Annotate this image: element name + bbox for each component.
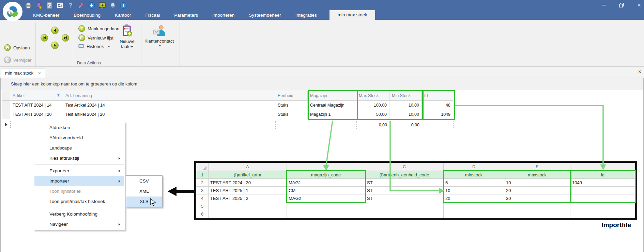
new-cell-eenheid[interactable]	[276, 121, 308, 129]
cell-eenheid[interactable]: Stuks	[275, 101, 308, 110]
sheet-column-letter: F	[570, 163, 635, 171]
download-icon[interactable]	[88, 2, 95, 9]
group-by-panel[interactable]: Sleep hier een kolomkop naar toe om te g…	[1, 78, 643, 90]
new-task-button[interactable]: Nieuwe taak	[117, 25, 137, 49]
notifications-icon[interactable]	[109, 2, 117, 9]
info-icon[interactable]: i	[120, 2, 127, 9]
menu-item-afdrukvoorbeeld[interactable]: Afdrukvoorbeeld	[34, 133, 124, 143]
help-icon[interactable]: ?	[67, 2, 74, 9]
cell-id[interactable]: 48	[422, 101, 453, 110]
nav-previous-button[interactable]	[51, 27, 59, 34]
new-cell-magazijn[interactable]	[308, 121, 357, 129]
column-header-id[interactable]: Id	[422, 91, 453, 101]
menu-kantoor[interactable]: Kantoor	[108, 12, 138, 20]
column-header-art-benaming[interactable]: Art. benaming	[63, 91, 275, 101]
save-label: Opslaan	[13, 45, 30, 50]
customer-contact-label: Klantencontact	[144, 38, 174, 44]
column-header-magazijn[interactable]: Magazijn	[308, 91, 356, 101]
sheet-row-number: 3	[196, 187, 209, 194]
sheet-corner-cell	[196, 163, 209, 171]
fax-icon[interactable]	[25, 2, 32, 9]
menu-min-max-stock-active[interactable]: min max stock	[329, 10, 375, 20]
cell-art-benaming[interactable]: Test artikel 2024 | 20	[63, 110, 275, 119]
svg-text:i: i	[123, 3, 124, 8]
refresh-button[interactable]: Vernieuw lijst	[78, 34, 113, 41]
menu-kmo-beheer[interactable]: KMO-beheer	[26, 12, 66, 20]
new-cell-min-stock[interactable]: 0,00	[390, 121, 422, 129]
restore-button[interactable]	[613, 0, 630, 10]
sheet-cell	[209, 210, 287, 218]
menu-parameters[interactable]: Parameters	[167, 12, 205, 20]
cell-eenheid[interactable]: Stuks	[275, 110, 308, 119]
cell-artikel[interactable]: TEST ART 2024 | 14	[10, 101, 63, 110]
sheet-cell: 20	[444, 194, 504, 202]
cell-min-stock[interactable]: 10,00	[389, 101, 422, 110]
new-cell-max-stock[interactable]: 0,00	[357, 121, 390, 129]
sheet-cell	[570, 210, 635, 218]
sheet-cell	[209, 202, 287, 210]
sheet-cell: id	[570, 171, 635, 179]
nav-last-button[interactable]	[62, 34, 69, 42]
menu-item-toon-rijhistoriek[interactable]: Toon rijhistoriek	[34, 186, 124, 196]
close-button[interactable]: ×	[630, 0, 644, 10]
cell-id[interactable]: 1049	[422, 110, 453, 119]
tab-close-icon[interactable]: ×	[38, 70, 41, 76]
menu-item-kies-afdrukstijl[interactable]: Kies afdrukstijl	[34, 153, 124, 163]
undo-button[interactable]: Maak ongedaan	[78, 25, 119, 32]
nav-first-button[interactable]	[41, 34, 48, 42]
pin-icon[interactable]	[77, 2, 85, 9]
submenu-item-csv[interactable]: CSV	[126, 176, 162, 186]
menu-importeren[interactable]: Importeren	[205, 12, 242, 20]
cell-artikel[interactable]: TEST ART 2024 | 20	[10, 110, 63, 119]
sheet-cell: ST	[365, 179, 444, 187]
mobile-device-icon[interactable]	[35, 2, 43, 9]
cell-magazijn[interactable]: Centraal Magazijn	[308, 101, 356, 110]
menu-item-navigeer[interactable]: Navigeer	[34, 219, 124, 230]
menu-item-exporteer[interactable]: Exporteer	[34, 166, 124, 176]
sheet-row-number: 4	[196, 194, 209, 202]
nav-next-button[interactable]	[51, 42, 59, 49]
csharp-icon[interactable]: C#	[56, 2, 64, 9]
sheet-cell	[570, 194, 635, 202]
menu-item-importeer[interactable]: Importeer	[34, 176, 124, 186]
pane-close-icon[interactable]: ×	[638, 69, 641, 75]
menu-item-verberg-kolomhoofding[interactable]: Verberg Kolomhoofding	[34, 209, 124, 219]
save-button[interactable]: Opslaan	[4, 44, 30, 51]
document-tab-min-max-stock[interactable]: min max stock ×	[1, 68, 45, 78]
filter-icon[interactable]	[57, 93, 60, 98]
cell-magazijn[interactable]: Magazijn 1	[308, 110, 356, 119]
sheet-cell	[444, 202, 504, 210]
menu-integraties[interactable]: Integraties	[288, 12, 324, 20]
calculator-icon[interactable]	[46, 2, 53, 9]
import-spreadsheet: A B C D E F 1 (I)artikel_artnr magazijn_…	[194, 161, 637, 220]
menu-systeembeheer[interactable]: Systeembeheer	[242, 12, 288, 20]
cell-max-stock[interactable]: 50,00	[356, 110, 389, 119]
menu-fiscaal[interactable]: Fiscaal	[138, 12, 167, 20]
menu-item-toon-print-mail-fax-historiek[interactable]: Toon print/mail/fax historiek	[34, 196, 124, 207]
new-task-icon	[122, 25, 133, 38]
sheet-column-letter: B	[287, 163, 365, 171]
column-header-min-stock[interactable]: Min Stock	[389, 91, 422, 101]
new-cell-id[interactable]	[422, 121, 454, 129]
sheet-cell	[287, 210, 365, 218]
history-button[interactable]: Historiek	[78, 44, 110, 49]
sheet-row-number: 1	[196, 171, 209, 179]
add-screen-icon[interactable]	[98, 2, 106, 9]
chevron-down-icon	[158, 45, 161, 46]
svg-text:C#: C#	[58, 4, 62, 7]
cell-art-benaming[interactable]: Test Artikel 2024 | 14	[63, 101, 275, 110]
menu-item-landscape[interactable]: Landscape	[34, 143, 124, 153]
menu-item-afdrukken[interactable]: Afdrukken	[34, 123, 124, 133]
sheet-cell: 1049	[570, 179, 635, 187]
minimize-button[interactable]	[595, 0, 613, 10]
menu-boekhouding[interactable]: Boekhouding	[66, 12, 108, 20]
history-icon	[78, 44, 84, 49]
submenu-item-xml[interactable]: XML	[126, 186, 162, 196]
refresh-label: Vernieuw lijst	[88, 35, 113, 41]
column-header-eenheid[interactable]: Eenheid	[275, 91, 308, 101]
column-header-artikel[interactable]: Artikel	[10, 91, 63, 101]
column-header-max-stock[interactable]: Max Stock	[356, 91, 389, 101]
cell-max-stock[interactable]: 100,00	[356, 101, 389, 110]
cell-min-stock[interactable]: 10,00	[389, 110, 422, 119]
customer-contact-button[interactable]: Klantencontact	[140, 25, 178, 46]
